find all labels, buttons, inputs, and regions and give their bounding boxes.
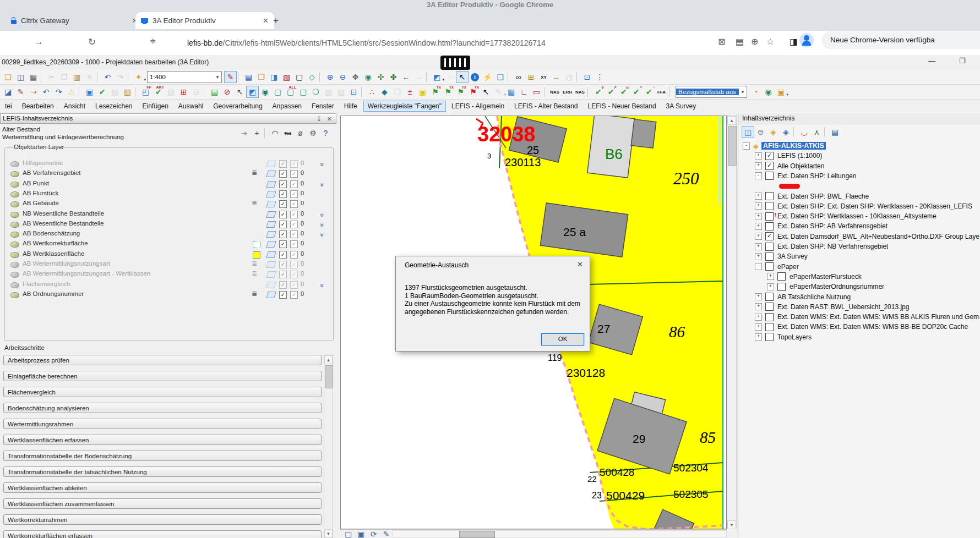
expand-toggle[interactable]: + (755, 293, 762, 300)
value-list-icon[interactable]: ≣ (252, 290, 257, 298)
workstep-button-4[interactable]: Bodenschätzung analysieren (3, 403, 322, 413)
add-feature-icon[interactable]: ⊞ (177, 86, 190, 98)
pencil-gray-icon[interactable]: ✎▾ (492, 86, 505, 98)
delete-icon[interactable]: ✕ (83, 71, 96, 83)
visibility-checkbox[interactable]: ✓ (279, 291, 287, 299)
expand-toggle[interactable]: + (767, 273, 774, 280)
annotate-tx-4-icon[interactable]: ⚑Tx (467, 86, 480, 98)
expand-toggle[interactable]: + (755, 193, 762, 200)
layer-row[interactable]: AB Wesentliche Bestandteile✓✓0» (8, 219, 330, 229)
add-step-icon[interactable]: + (251, 127, 263, 139)
ratio-icon[interactable]: ø (294, 127, 307, 139)
value-list-icon[interactable]: ≣ (252, 199, 257, 207)
add-data-icon[interactable]: ✦▾ (132, 71, 145, 83)
layer-row[interactable]: AB Ordnungsnummer≣✓✓0 (8, 290, 330, 299)
flip-icon[interactable] (266, 231, 276, 238)
ffa-tool-icon[interactable]: FFA (655, 86, 668, 98)
select-features-icon[interactable]: ◩▾ (431, 71, 443, 83)
expand-toggle[interactable]: + (755, 243, 762, 250)
layer-row[interactable]: AB Wertkorrekturfläche✓✓0 (8, 239, 330, 249)
reload-icon[interactable]: ↻ (88, 36, 96, 48)
toolbar-tab-2[interactable]: LEFIS - Allgemein (447, 101, 509, 112)
layer-checkbox[interactable] (765, 243, 774, 251)
book-gray-icon[interactable]: ❒ (391, 86, 404, 98)
check-rect-icon[interactable]: ✔▭ (617, 86, 630, 98)
search-page-icon[interactable]: ⊕ (751, 36, 758, 47)
find-icon[interactable]: ∞ (512, 71, 525, 83)
layer-row[interactable]: AB Wertermittlungsnutzungsart - Wertklas… (8, 270, 330, 279)
tree-item[interactable] (767, 181, 979, 191)
layer-row[interactable]: AB Flurstück✓✓0 (8, 189, 330, 199)
selectable-checkbox[interactable]: ✓ (290, 200, 298, 208)
layer-row[interactable]: AB Gebäude≣✓✓0 (8, 199, 330, 208)
menu-geoverarbeitung[interactable]: Geoverarbeitung (208, 101, 267, 111)
dialog-close-icon[interactable]: ✕ (577, 260, 583, 268)
collapse-toggle[interactable]: - (743, 142, 750, 150)
zoom-out-icon[interactable]: ⊖ (336, 71, 349, 83)
workstep-button-7[interactable]: Transformationstabelle der Bodenschätzun… (3, 451, 322, 461)
measure-icon[interactable]: ↔ (550, 71, 563, 83)
visibility-checkbox[interactable]: ✓ (279, 200, 287, 208)
refresh-view-icon[interactable]: ⟳ (367, 528, 380, 538)
sphere-icon[interactable]: ◔ (749, 86, 762, 98)
toolbar-tab-4[interactable]: LEFIS - Neuer Bestand (584, 101, 661, 112)
red-bar-icon[interactable]: ▭ (530, 86, 543, 98)
symbol-swatch[interactable] (253, 251, 260, 259)
layer-checkbox[interactable] (765, 222, 774, 230)
workstep-button-3[interactable]: Flächenvergleich (3, 387, 322, 397)
options-list-icon[interactable]: ▤ (829, 126, 841, 138)
selectable-checkbox[interactable]: ✓ (290, 240, 298, 248)
citrix-grip-overlay[interactable] (440, 56, 470, 70)
flip-icon[interactable] (266, 171, 276, 177)
close-icon[interactable]: ✕ (327, 114, 332, 124)
comment-icon[interactable]: ❑ (494, 71, 507, 83)
tree-item[interactable]: +✓LEFIS (1:1000) (755, 151, 979, 161)
erh-export-icon[interactable]: ERH (561, 86, 574, 98)
go-to-xy-icon[interactable]: XY (537, 71, 550, 83)
menu-fenster[interactable]: Fenster (307, 101, 339, 111)
topology-gray-icon[interactable]: ▨ (108, 86, 121, 98)
layer-checkbox[interactable] (765, 333, 774, 341)
flip-icon[interactable] (266, 191, 276, 197)
expand-toggle[interactable]: + (755, 223, 762, 230)
full-extent-icon[interactable]: ◉ (362, 71, 374, 83)
workstep-button-9[interactable]: Wertklassenflächen ableiten (3, 482, 322, 493)
flip-icon[interactable] (266, 221, 276, 228)
layer-row[interactable]: Flächenvergleich✓✓0» (8, 280, 330, 289)
error-inspector-icon[interactable]: ⚠ (65, 86, 78, 98)
ff-tool-icon[interactable]: ◰FF (139, 86, 152, 98)
workstep-button-1[interactable]: Arbeitsprozess prüfen (3, 355, 322, 365)
expand-chevron-icon[interactable]: » (318, 223, 326, 226)
plain-cursor-icon[interactable]: ↖ (480, 86, 492, 98)
expand-toggle[interactable]: + (755, 303, 762, 310)
spike-3d-icon[interactable]: ◆ (378, 86, 391, 98)
clipboard-icon[interactable]: ▤ (736, 36, 744, 47)
validate-feature-icon[interactable]: ✔ (96, 86, 108, 98)
layer-checkbox[interactable] (765, 293, 774, 301)
workstep-button-10[interactable]: Wertklassenflächen zusammenfassen (3, 498, 322, 509)
workstep-button-5[interactable]: Wertermittlungsrahmen (3, 419, 322, 429)
menu-einf-gen[interactable]: Einfügen (137, 101, 173, 111)
list-by-drawing-order-icon[interactable]: ◫ (742, 126, 754, 138)
ok-button[interactable]: OK (541, 333, 584, 345)
chevron-down-icon[interactable]: ▾ (739, 89, 747, 95)
workstep-button-6[interactable]: Wertklassenflächen erfassen (3, 435, 322, 445)
chrome-update-button[interactable]: Neue Chrome-Version verfügba (821, 31, 980, 49)
visibility-checkbox[interactable]: ✓ (279, 160, 287, 168)
pan-icon[interactable]: ✥ (349, 71, 362, 83)
tree-item[interactable]: +TopoLayers (755, 332, 979, 342)
visibility-checkbox[interactable]: ✓ (279, 230, 287, 238)
layer-checkbox[interactable] (765, 202, 774, 210)
select-elements-icon[interactable]: ↖ (456, 71, 469, 83)
left-panel-header[interactable]: LEFIS-Inhaltsverzeichnis ↧ ✕ (0, 113, 336, 124)
shape-gray-b-icon[interactable]: ▨ (335, 86, 347, 98)
value-list-icon[interactable]: ≣ (252, 169, 257, 177)
scroll-thumb[interactable] (728, 126, 737, 166)
pin-icon[interactable]: ↧ (317, 114, 322, 124)
layer-row[interactable]: AB Wertermittlungsnutzungsart≣✓✓0 (8, 260, 330, 269)
flip-icon[interactable] (266, 261, 276, 268)
cast-disabled-icon[interactable]: ⊠ (718, 36, 725, 47)
expand-chevron-icon[interactable]: » (318, 183, 326, 185)
undo-edit-icon[interactable]: ↶ (40, 86, 52, 98)
nas-export-icon[interactable]: NAS (548, 86, 561, 98)
